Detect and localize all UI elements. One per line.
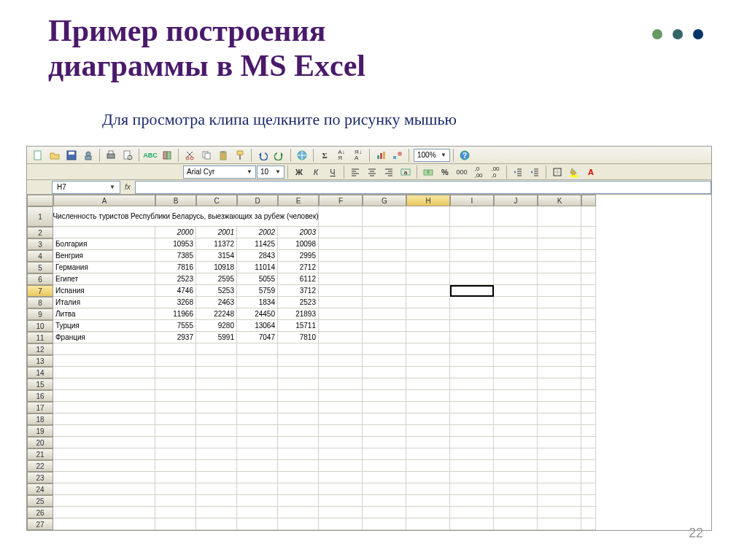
col-header[interactable]: J bbox=[494, 195, 538, 206]
cell[interactable] bbox=[450, 262, 494, 273]
cell[interactable] bbox=[363, 402, 406, 413]
cell[interactable] bbox=[581, 320, 596, 332]
cell[interactable] bbox=[581, 262, 596, 273]
cell[interactable] bbox=[581, 472, 596, 483]
cell[interactable] bbox=[581, 425, 596, 437]
cell[interactable] bbox=[494, 285, 538, 297]
value-cell[interactable]: 11372 bbox=[196, 238, 237, 250]
cell[interactable] bbox=[538, 390, 581, 402]
cell[interactable] bbox=[450, 448, 494, 460]
value-cell[interactable]: 6112 bbox=[278, 273, 319, 285]
cell[interactable] bbox=[538, 425, 581, 437]
value-cell[interactable]: 11014 bbox=[237, 262, 278, 273]
cell[interactable] bbox=[363, 297, 406, 308]
cell[interactable] bbox=[278, 507, 319, 518]
cell[interactable] bbox=[319, 355, 363, 367]
cell[interactable] bbox=[319, 308, 363, 320]
decrease-indent-icon[interactable] bbox=[510, 165, 526, 179]
cell[interactable] bbox=[538, 308, 581, 320]
cell[interactable] bbox=[581, 206, 596, 227]
cell[interactable] bbox=[196, 460, 237, 472]
align-right-icon[interactable] bbox=[381, 165, 397, 179]
borders-icon[interactable] bbox=[549, 165, 565, 179]
cell[interactable] bbox=[196, 472, 237, 483]
row-header[interactable]: 11 bbox=[27, 332, 53, 343]
row-header[interactable]: 26 bbox=[27, 507, 53, 518]
sort-desc-icon[interactable]: Я↓А bbox=[350, 148, 366, 163]
increase-decimal-icon[interactable]: ,0,00 bbox=[471, 165, 487, 179]
cell[interactable] bbox=[494, 495, 538, 507]
row-header[interactable]: 13 bbox=[27, 355, 53, 367]
cell[interactable] bbox=[363, 367, 406, 378]
underline-button[interactable]: Ч bbox=[325, 165, 341, 179]
format-painter-icon[interactable] bbox=[232, 148, 248, 163]
cell[interactable] bbox=[363, 285, 406, 297]
cell[interactable] bbox=[406, 262, 450, 273]
font-name-box[interactable]: Arial Cyr▼ bbox=[183, 166, 256, 179]
row-header[interactable]: 22 bbox=[27, 460, 53, 472]
cell[interactable] bbox=[494, 425, 538, 437]
cell[interactable] bbox=[155, 518, 196, 530]
cell[interactable] bbox=[237, 355, 278, 367]
value-cell[interactable]: 2995 bbox=[278, 250, 319, 262]
cell[interactable] bbox=[237, 413, 278, 425]
col-header[interactable]: H bbox=[406, 195, 450, 206]
help-icon[interactable]: ? bbox=[457, 148, 473, 163]
col-header[interactable]: K bbox=[538, 195, 581, 206]
col-header[interactable]: G bbox=[363, 195, 406, 206]
row-header[interactable]: 2 bbox=[27, 227, 53, 238]
cell[interactable] bbox=[406, 227, 450, 238]
cell[interactable] bbox=[450, 297, 494, 308]
cell[interactable] bbox=[538, 448, 581, 460]
col-header[interactable]: A bbox=[53, 195, 155, 206]
chart-wizard-icon[interactable] bbox=[373, 148, 389, 163]
value-cell[interactable]: 7816 bbox=[155, 262, 196, 273]
year-cell[interactable]: 2000 bbox=[155, 227, 196, 238]
cell[interactable] bbox=[538, 402, 581, 413]
cell[interactable] bbox=[155, 425, 196, 437]
cell[interactable] bbox=[581, 437, 596, 448]
cell[interactable] bbox=[237, 402, 278, 413]
cell[interactable] bbox=[494, 308, 538, 320]
value-cell[interactable]: 11425 bbox=[237, 238, 278, 250]
value-cell[interactable]: 2843 bbox=[237, 250, 278, 262]
cell[interactable] bbox=[581, 355, 596, 367]
cell[interactable] bbox=[494, 227, 538, 238]
cell[interactable] bbox=[237, 367, 278, 378]
value-cell[interactable]: 4746 bbox=[155, 285, 196, 297]
cell[interactable] bbox=[581, 227, 596, 238]
cell[interactable] bbox=[363, 332, 406, 343]
cell[interactable] bbox=[406, 250, 450, 262]
cell[interactable] bbox=[363, 227, 406, 238]
cell[interactable] bbox=[319, 518, 363, 530]
row-header[interactable]: 9 bbox=[27, 308, 53, 320]
new-icon[interactable] bbox=[30, 148, 46, 163]
cell[interactable] bbox=[319, 390, 363, 402]
cell[interactable] bbox=[237, 460, 278, 472]
cell[interactable] bbox=[581, 507, 596, 518]
cell[interactable] bbox=[538, 285, 581, 297]
cell[interactable] bbox=[450, 320, 494, 332]
cell[interactable] bbox=[278, 390, 319, 402]
value-cell[interactable]: 7047 bbox=[237, 332, 278, 343]
cell[interactable] bbox=[450, 238, 494, 250]
value-cell[interactable]: 7555 bbox=[155, 320, 196, 332]
cell[interactable] bbox=[450, 332, 494, 343]
cell[interactable] bbox=[363, 425, 406, 437]
cell[interactable] bbox=[278, 483, 319, 495]
cell[interactable] bbox=[450, 507, 494, 518]
row-header[interactable]: 6 bbox=[27, 273, 53, 285]
cell[interactable] bbox=[494, 273, 538, 285]
cell[interactable] bbox=[450, 425, 494, 437]
cell[interactable] bbox=[155, 378, 196, 390]
cell[interactable] bbox=[450, 460, 494, 472]
value-cell[interactable]: 13064 bbox=[237, 320, 278, 332]
cell[interactable] bbox=[278, 413, 319, 425]
cell[interactable] bbox=[406, 206, 450, 227]
cell[interactable] bbox=[319, 425, 363, 437]
cell[interactable] bbox=[406, 402, 450, 413]
cell[interactable] bbox=[581, 273, 596, 285]
cell[interactable] bbox=[538, 320, 581, 332]
value-cell[interactable]: 2595 bbox=[196, 273, 237, 285]
cell[interactable] bbox=[155, 355, 196, 367]
